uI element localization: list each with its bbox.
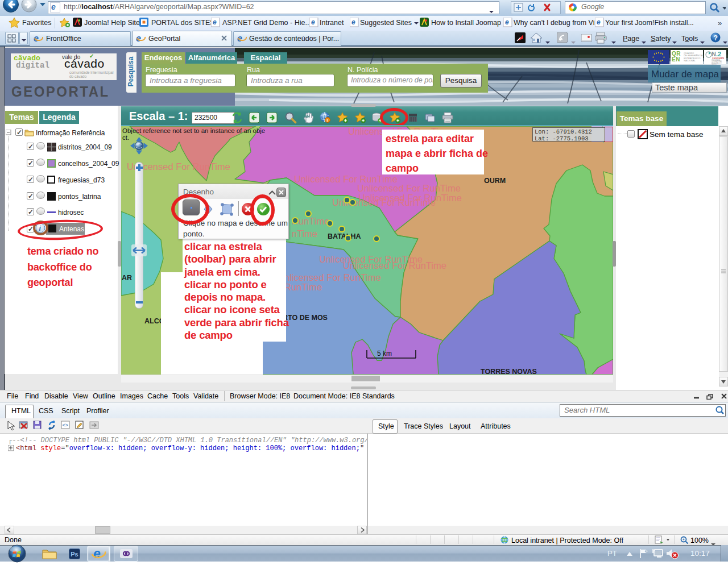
svg-text:i: i <box>327 118 328 122</box>
svg-text:OURM: OURM <box>484 177 506 185</box>
svg-text:RTO DE MOS: RTO DE MOS <box>283 314 328 322</box>
svg-text:e: e <box>93 547 101 561</box>
svg-text:TORRES NOVAS: TORRES NOVAS <box>481 368 537 375</box>
svg-text:RunTime: RunTime <box>284 282 322 292</box>
svg-text:e: e <box>351 18 355 26</box>
svg-text:e: e <box>505 18 509 26</box>
svg-text:nlicensed For RunTime: nlicensed For RunTime <box>284 272 381 282</box>
svg-text:e: e <box>597 18 601 26</box>
svg-text:Unlicensed For RunTime: Unlicensed For RunTime <box>357 183 461 193</box>
svg-text:?: ? <box>714 34 718 42</box>
svg-text:BATALHA: BATALHA <box>328 232 361 240</box>
svg-text:ct.: ct. <box>122 134 129 141</box>
svg-text:e: e <box>311 18 315 26</box>
svg-text:Object reference not set to an: Object reference not set to an instance … <box>122 127 265 134</box>
svg-text:Unlicensed For RunTime: Unlicensed For RunTime <box>343 260 446 271</box>
svg-text:AR: AR <box>122 274 132 282</box>
svg-text:nTime: nTime <box>292 228 317 239</box>
svg-text:<>: <> <box>63 422 69 428</box>
svg-text:5 km: 5 km <box>377 350 392 357</box>
svg-text:e: e <box>213 18 217 26</box>
